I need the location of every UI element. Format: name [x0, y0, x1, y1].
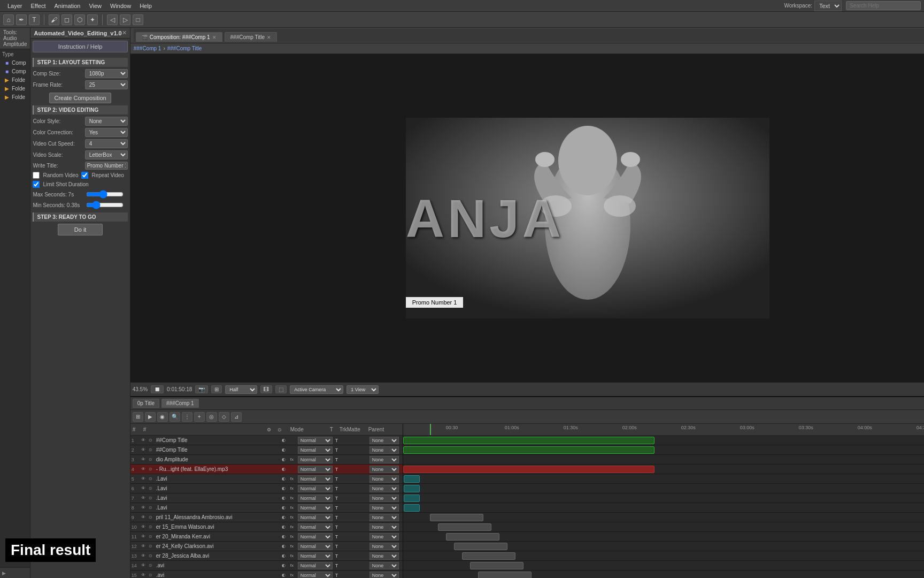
tl-shy-10[interactable]: ⊙	[148, 534, 154, 540]
timeline-layer-row-13[interactable]: 14 👁 ⊙ .avi ◐ fx Normal T None	[130, 561, 403, 571]
clip-teal-5[interactable]	[404, 485, 420, 492]
tl-solo-0[interactable]: ◐	[282, 438, 290, 443]
track-row-5[interactable]	[403, 484, 924, 493]
tl-solo-11[interactable]: ◐	[282, 544, 290, 549]
track-row-6[interactable]	[403, 493, 924, 503]
tl-btn-null[interactable]: ◎	[206, 412, 217, 422]
tl-parent-select-4[interactable]: None	[369, 475, 399, 483]
toolbar-icon-home[interactable]: ⌂	[3, 14, 14, 25]
tl-eye-1[interactable]: 👁	[140, 447, 147, 453]
timeline-layer-row-9[interactable]: 10 👁 ⊙ er 15_Emma Watson.avi ◐ fx Normal…	[130, 522, 403, 532]
left-panel-arrow[interactable]: ▶	[2, 571, 6, 576]
tl-eye-3[interactable]: 👁	[140, 466, 147, 473]
tl-parent-select-2[interactable]: None	[369, 456, 399, 463]
timeline-layer-row-2[interactable]: 3 👁 ⊙ dio Amplitude ◐ fx Normal T None	[130, 455, 403, 465]
tl-parent-select-12[interactable]: None	[369, 552, 399, 560]
timeline-layer-row-8[interactable]: 9 👁 ⊙ pril 11_Alessandra Ambrosio.avi ◐ …	[130, 513, 403, 522]
clip-gray-14[interactable]	[478, 572, 532, 578]
tl-btn-adj[interactable]: ⊿	[231, 412, 242, 422]
track-row-1[interactable]	[403, 445, 924, 455]
track-row-2[interactable]	[403, 455, 924, 465]
viewer-quality-select[interactable]: Half Full Quarter	[225, 385, 257, 394]
track-row-10[interactable]	[403, 532, 924, 542]
clip-gray-12[interactable]	[462, 552, 515, 560]
tl-eye-7[interactable]: 👁	[140, 505, 147, 511]
tl-parent-select-6[interactable]: None	[369, 495, 399, 502]
tl-eye-6[interactable]: 👁	[140, 495, 147, 501]
toolbar-icon-brush[interactable]: 🖌	[49, 14, 59, 25]
clip-red-3[interactable]	[403, 466, 654, 473]
project-item-folder3[interactable]: ▶ Folde	[2, 93, 28, 101]
track-row-3[interactable]	[403, 465, 924, 474]
video-cut-speed-select[interactable]: 4 1 2 3	[85, 139, 128, 148]
tl-solo-14[interactable]: ◐	[282, 573, 290, 577]
project-item-folder2[interactable]: ▶ Folde	[2, 84, 28, 93]
track-row-9[interactable]	[403, 522, 924, 532]
random-video-checkbox[interactable]	[33, 172, 40, 179]
timeline-layer-row-12[interactable]: 13 👁 ⊙ er 28_Jessica Alba.avi ◐ fx Norma…	[130, 551, 403, 561]
tl-mode-select-10[interactable]: Normal	[298, 533, 333, 541]
clip-gray-10[interactable]	[446, 533, 499, 541]
clip-gray-11[interactable]	[454, 543, 507, 550]
tl-mode-select-5[interactable]: Normal	[298, 485, 333, 492]
clip-green-1[interactable]	[403, 446, 654, 454]
tl-btn-search[interactable]: 🔍	[170, 412, 180, 422]
track-row-13[interactable]	[403, 561, 924, 571]
track-row-14[interactable]	[403, 571, 924, 578]
timeline-layer-row-6[interactable]: 7 👁 ⊙ .Lavi ◐ fx Normal T None	[130, 493, 403, 503]
clip-gray-9[interactable]	[438, 523, 491, 531]
tl-shy-2[interactable]: ⊙	[148, 457, 154, 463]
tl-parent-select-8[interactable]: None	[369, 514, 399, 521]
toolbar-icon-stamp[interactable]: ⬡	[74, 14, 85, 25]
tl-mode-select-11[interactable]: Normal	[298, 543, 333, 550]
tl-parent-select-14[interactable]: None	[369, 572, 399, 579]
menu-animation[interactable]: Animation	[50, 2, 84, 10]
clip-gray-13[interactable]	[470, 562, 523, 569]
tl-solo-13[interactable]: ◐	[282, 563, 290, 568]
tl-parent-select-13[interactable]: None	[369, 562, 399, 569]
clip-teal-6[interactable]	[404, 495, 420, 502]
tl-mode-select-9[interactable]: Normal	[298, 523, 333, 531]
repeat-video-checkbox[interactable]	[81, 172, 88, 179]
track-row-4[interactable]	[403, 474, 924, 484]
write-title-input[interactable]	[85, 162, 128, 170]
viewer-camera-select[interactable]: Active Camera	[290, 385, 343, 394]
tl-parent-select-3[interactable]: None	[369, 466, 399, 473]
tl-btn-comp[interactable]: ⊞	[133, 412, 143, 422]
project-item-comp1[interactable]: ■ Comp	[2, 58, 28, 67]
tl-parent-select-11[interactable]: None	[369, 543, 399, 550]
max-seconds-slider[interactable]	[86, 190, 124, 199]
tl-shy-8[interactable]: ⊙	[148, 514, 154, 521]
tl-eye-8[interactable]: 👁	[140, 514, 147, 521]
tl-shy-0[interactable]: ⊙	[148, 437, 154, 444]
viewer-zoom[interactable]: 43.5%	[133, 386, 148, 392]
tl-solo-7[interactable]: ◐	[282, 505, 290, 510]
timeline-layer-row-10[interactable]: 11 👁 ⊙ er 20_Miranda Kerr.avi ◐ fx Norma…	[130, 532, 403, 542]
tl-solo-8[interactable]: ◐	[282, 515, 290, 520]
search-help-input[interactable]	[846, 1, 921, 10]
toolbar-icon-eraser[interactable]: ◻	[61, 14, 72, 25]
tl-mode-select-1[interactable]: Normal	[298, 446, 333, 454]
tl-shy-5[interactable]: ⊙	[148, 485, 154, 492]
comp-tab-active[interactable]: 🎬 Composition: ###Comp 1 ✕	[136, 32, 222, 42]
viewer-timecode[interactable]: 0:01:50:18	[167, 386, 192, 392]
tl-solo-10[interactable]: ◐	[282, 534, 290, 539]
clip-gray-8[interactable]	[430, 514, 483, 521]
track-row-7[interactable]	[403, 503, 924, 513]
comp-tab-close-2[interactable]: ✕	[267, 35, 271, 40]
tl-btn-add[interactable]: +	[194, 412, 205, 422]
video-scale-select[interactable]: LetterBox Crop Stretch	[85, 150, 128, 159]
comp-size-select[interactable]: 1080p 720p 480p	[85, 69, 128, 78]
tl-shy-9[interactable]: ⊙	[148, 524, 154, 530]
tl-eye-10[interactable]: 👁	[140, 534, 147, 540]
menu-help[interactable]: Help	[135, 2, 156, 10]
tl-parent-select-10[interactable]: None	[369, 533, 399, 541]
tl-mode-select-14[interactable]: Normal	[298, 572, 333, 579]
clip-teal-4[interactable]	[404, 475, 420, 483]
toolbar-icon-text[interactable]: T	[29, 14, 40, 25]
tl-parent-select-7[interactable]: None	[369, 504, 399, 512]
tl-solo-1[interactable]: ◐	[282, 447, 290, 452]
limit-shot-checkbox[interactable]	[33, 181, 40, 188]
min-seconds-slider[interactable]	[86, 201, 124, 209]
toolbar-icon-arrow2[interactable]: ▷	[120, 14, 130, 25]
